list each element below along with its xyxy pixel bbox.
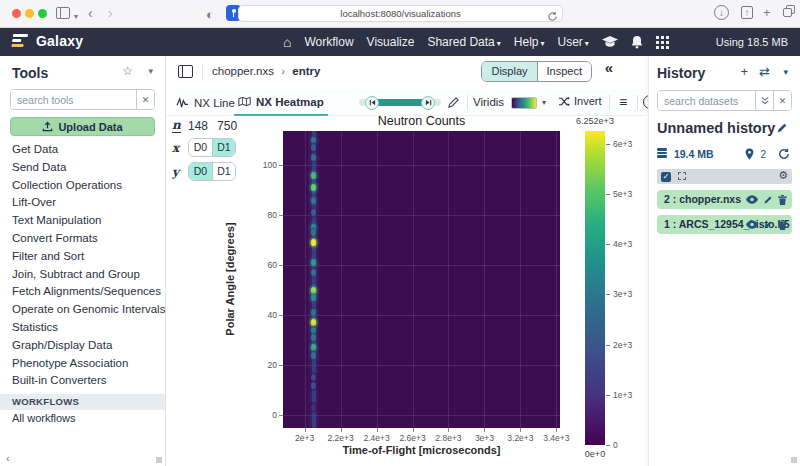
history-panel: History + ⇄ ▾ ✕ Unnamed history 19.4 MB …	[648, 56, 800, 466]
favorites-star-icon[interactable]: ☆	[122, 64, 133, 78]
browser-sidebar-icon[interactable]	[56, 7, 70, 19]
collapse-left-panel-icon[interactable]: ‹	[6, 452, 10, 464]
chevron-down-icon[interactable]: ▾	[542, 98, 546, 107]
clear-search-icon[interactable]: ✕	[136, 90, 154, 109]
x-axis-tick	[305, 428, 306, 432]
display-eye-icon[interactable]	[746, 195, 758, 204]
colorbar-tick-label: 6e+3	[613, 139, 632, 149]
zoom-window-button[interactable]	[38, 9, 47, 18]
colorbar-tick-label: 3e+3	[613, 289, 632, 299]
slider-handle-max[interactable]	[421, 96, 435, 110]
clear-search-icon[interactable]: ✕	[773, 91, 791, 110]
tool-section-item[interactable]: Join, Subtract and Group	[0, 266, 165, 284]
minimize-window-button[interactable]	[25, 9, 34, 18]
panel-caret-icon[interactable]: ▾	[148, 66, 153, 76]
reload-icon[interactable]	[547, 8, 558, 23]
tool-section-item[interactable]: Lift-Over	[0, 194, 165, 212]
x-dim-d0-button[interactable]: D0	[189, 139, 212, 156]
collapse-panel-icon[interactable]: «	[605, 59, 613, 76]
nav-visualize[interactable]: Visualize	[367, 35, 415, 49]
workflow-item[interactable]: All workflows	[0, 410, 165, 427]
back-button[interactable]: ‹	[88, 4, 93, 22]
invert-colormap-button[interactable]: Invert	[558, 95, 602, 107]
switch-history-icon[interactable]: ⇄	[759, 64, 770, 79]
upload-data-button[interactable]: Upload Data	[10, 117, 155, 136]
home-icon[interactable]: ⌂	[283, 34, 291, 50]
tool-section-item[interactable]: Statistics	[0, 319, 165, 337]
snapshot-menu-icon[interactable]: ≡	[619, 94, 627, 110]
history-options-caret-icon[interactable]: ▾	[783, 67, 788, 77]
url-bar[interactable]: localhost:8080/visualizations	[238, 5, 563, 22]
shown-items-pin-icon[interactable]	[745, 148, 754, 160]
dataset-item-1[interactable]: 1 : ARCS_12954_histo.h5	[657, 215, 792, 234]
domain-range-slider[interactable]	[359, 99, 441, 106]
heatmap-plot[interactable]	[283, 131, 560, 428]
tools-panel-resize-grip[interactable]	[156, 457, 162, 463]
colormap-name[interactable]: Viridis	[473, 96, 504, 108]
history-size-database-icon	[657, 148, 667, 159]
edit-pencil-icon[interactable]	[763, 220, 773, 230]
edit-pencil-icon[interactable]	[763, 195, 773, 205]
visualization-toolbar: NX Line NX Heatmap Viridis ▾ Invert ≡	[166, 89, 645, 116]
apps-grid-icon[interactable]	[656, 36, 669, 49]
delete-trash-icon[interactable]	[778, 220, 787, 230]
select-all-checkbox[interactable]: ✓	[661, 172, 671, 182]
display-eye-icon[interactable]	[746, 220, 758, 229]
tool-section-item[interactable]: Filter and Sort	[0, 248, 165, 266]
new-tab-icon[interactable]: +	[763, 7, 771, 19]
tool-section-item[interactable]: Convert Formats	[0, 230, 165, 248]
nav-help[interactable]: Help▾	[514, 35, 545, 49]
tab-nx-heatmap[interactable]: NX Heatmap	[234, 89, 328, 116]
tab-overview-icon[interactable]	[783, 8, 792, 17]
edit-history-name-pencil-icon[interactable]	[776, 122, 788, 134]
colorbar[interactable]	[585, 131, 605, 445]
nav-shared-data[interactable]: Shared Data▾	[427, 35, 500, 49]
share-icon[interactable]: ↑	[741, 6, 753, 19]
history-name[interactable]: Unnamed history	[657, 120, 775, 136]
refresh-history-icon[interactable]	[778, 148, 790, 160]
edit-domain-pencil-icon[interactable]	[447, 96, 460, 109]
tool-section-item[interactable]: Collection Operations	[0, 177, 165, 195]
close-window-button[interactable]	[12, 9, 21, 18]
tool-section-item[interactable]: Phenotype Association	[0, 355, 165, 373]
interactive-tools-icon[interactable]	[602, 36, 618, 48]
breadcrumb-entry[interactable]: entry	[292, 65, 320, 77]
dataset-item-2[interactable]: 2 : chopper.nxs	[657, 190, 792, 209]
drag-select-icon[interactable]	[678, 172, 686, 180]
brand-title[interactable]: Galaxy	[36, 33, 83, 49]
nav-user[interactable]: User▾	[558, 35, 589, 49]
galaxy-logo[interactable]	[11, 34, 31, 50]
sidebar-chevron-icon[interactable]: ▾	[74, 8, 78, 26]
tool-section-item[interactable]: Fetch Alignments/Sequences	[0, 283, 165, 301]
tool-section-item[interactable]: Get Data	[0, 141, 165, 159]
notifications-bell-icon[interactable]	[631, 36, 643, 49]
toggle-dataset-sidebar-icon[interactable]	[178, 65, 193, 78]
forward-button[interactable]: ›	[108, 4, 113, 22]
history-panel-resize-grip[interactable]	[791, 457, 797, 463]
tool-section-item[interactable]: Operate on Genomic Intervals	[0, 301, 165, 319]
y-dim-d0-button[interactable]: D0	[189, 163, 212, 180]
advanced-filter-icon[interactable]	[755, 91, 773, 110]
tab-nx-line[interactable]: NX Line	[176, 89, 235, 116]
tools-search-input[interactable]	[11, 90, 136, 109]
datasets-search-input[interactable]	[658, 91, 755, 110]
downloads-icon[interactable]: ↓	[714, 5, 729, 20]
breadcrumb-file[interactable]: chopper.nxs	[212, 65, 274, 77]
tab-display[interactable]: Display	[482, 62, 537, 81]
delete-trash-icon[interactable]	[778, 195, 787, 205]
tool-section-item[interactable]: Send Data	[0, 159, 165, 177]
storage-usage-label[interactable]: Using 18.5 MB	[716, 36, 788, 48]
tool-section-item[interactable]: Text Manipulation	[0, 212, 165, 230]
tool-section-item[interactable]: Graph/Display Data	[0, 337, 165, 355]
colormap-swatch[interactable]	[511, 97, 537, 109]
new-history-plus-icon[interactable]: +	[740, 64, 748, 79]
history-size[interactable]: 19.4 MB	[674, 148, 714, 160]
x-dim-d1-button[interactable]: D1	[212, 139, 235, 156]
nav-workflow[interactable]: Workflow	[304, 35, 353, 49]
tab-inspect[interactable]: Inspect	[538, 62, 591, 81]
history-gear-icon[interactable]: ⚙	[778, 169, 788, 182]
slider-handle-min[interactable]	[365, 96, 379, 110]
reader-shields-icon[interactable]: ◐	[206, 6, 214, 24]
tool-section-item[interactable]: Built-in Converters	[0, 372, 165, 390]
y-dim-d1-button[interactable]: D1	[212, 163, 235, 180]
